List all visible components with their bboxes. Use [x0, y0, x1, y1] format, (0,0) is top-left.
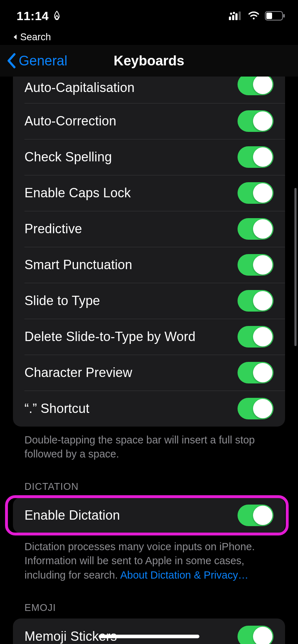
section-header-dictation: DICTATION	[24, 481, 274, 492]
row-label: Slide to Type	[24, 293, 100, 308]
breadcrumb-label: Search	[20, 32, 51, 43]
row-predictive[interactable]: Predictive	[13, 211, 285, 247]
settings-group-dictation: Enable Dictation	[13, 497, 285, 533]
row-character-preview[interactable]: Character Preview	[13, 355, 285, 391]
settings-group-typing: Auto-Capitalisation Auto-Correction Chec…	[13, 77, 285, 427]
row-label: Predictive	[24, 221, 82, 236]
row-label: Delete Slide-to-Type by Word	[24, 329, 195, 344]
row-auto-correction[interactable]: Auto-Correction	[13, 103, 285, 139]
row-auto-capitalisation[interactable]: Auto-Capitalisation	[13, 77, 285, 103]
toggle-delete-slide-by-word[interactable]	[238, 326, 274, 348]
section-header-emoji: EMOJI	[24, 602, 274, 613]
flame-icon	[52, 10, 62, 21]
status-bar: 11:14	[0, 0, 298, 32]
svg-rect-0	[229, 17, 231, 20]
row-label: Enable Caps Lock	[24, 185, 131, 201]
svg-rect-8	[266, 13, 272, 19]
breadcrumb-back[interactable]: Search	[0, 32, 298, 45]
row-label: “.” Shortcut	[24, 401, 89, 416]
svg-rect-3	[239, 12, 241, 20]
chevron-left-icon	[6, 53, 17, 69]
highlighted-dictation-row: Enable Dictation	[13, 497, 285, 533]
row-label: Enable Dictation	[24, 508, 120, 523]
svg-point-5	[233, 12, 235, 14]
toggle-auto-capitalisation[interactable]	[238, 77, 274, 95]
row-memoji-stickers[interactable]: Memoji Stickers	[13, 618, 285, 644]
page-title: Keyboards	[114, 53, 184, 69]
svg-rect-1	[232, 15, 234, 20]
toggle-smart-punctuation[interactable]	[238, 254, 274, 276]
status-right	[229, 11, 285, 20]
svg-rect-2	[235, 13, 238, 20]
group1-footer: Double-tapping the space bar will insert…	[24, 433, 274, 461]
toggle-predictive[interactable]	[238, 218, 274, 240]
row-smart-punctuation[interactable]: Smart Punctuation	[13, 247, 285, 283]
row-slide-to-type[interactable]: Slide to Type	[13, 283, 285, 319]
about-dictation-privacy-link[interactable]: About Dictation & Privacy…	[120, 569, 248, 581]
status-left: 11:14	[17, 9, 62, 23]
row-enable-caps-lock[interactable]: Enable Caps Lock	[13, 175, 285, 211]
row-label: Smart Punctuation	[24, 257, 132, 272]
row-label: Check Spelling	[24, 150, 112, 165]
toggle-enable-caps-lock[interactable]	[238, 182, 274, 204]
battery-icon	[265, 11, 285, 20]
back-triangle-icon	[12, 32, 18, 43]
toggle-memoji-stickers[interactable]	[238, 626, 274, 644]
dictation-footer: Dictation processes many voice inputs on…	[24, 540, 274, 582]
svg-rect-7	[283, 14, 285, 18]
wifi-icon	[248, 12, 260, 20]
row-dot-shortcut[interactable]: “.” Shortcut	[13, 391, 285, 427]
toggle-enable-dictation[interactable]	[238, 505, 274, 526]
cellular-icon	[229, 12, 243, 20]
row-delete-slide-by-word[interactable]: Delete Slide-to-Type by Word	[13, 319, 285, 355]
row-check-spelling[interactable]: Check Spelling	[13, 139, 285, 175]
toggle-check-spelling[interactable]	[238, 146, 274, 168]
svg-point-4	[230, 13, 232, 15]
row-label: Auto-Correction	[24, 114, 116, 129]
content-scroll[interactable]: Auto-Capitalisation Auto-Correction Chec…	[0, 77, 298, 644]
row-label: Character Preview	[24, 365, 132, 380]
toggle-auto-correction[interactable]	[238, 110, 274, 132]
status-time: 11:14	[17, 9, 49, 23]
scrollbar-indicator	[294, 188, 297, 346]
nav-header: General Keyboards	[0, 45, 298, 77]
nav-back-label: General	[19, 53, 67, 69]
toggle-slide-to-type[interactable]	[238, 290, 274, 312]
toggle-dot-shortcut[interactable]	[238, 398, 274, 419]
settings-group-emoji: Memoji Stickers	[13, 618, 285, 644]
row-label: Auto-Capitalisation	[24, 80, 135, 95]
toggle-character-preview[interactable]	[238, 362, 274, 383]
home-indicator[interactable]	[99, 635, 199, 638]
nav-back-button[interactable]: General	[6, 45, 67, 77]
row-enable-dictation[interactable]: Enable Dictation	[13, 497, 285, 533]
